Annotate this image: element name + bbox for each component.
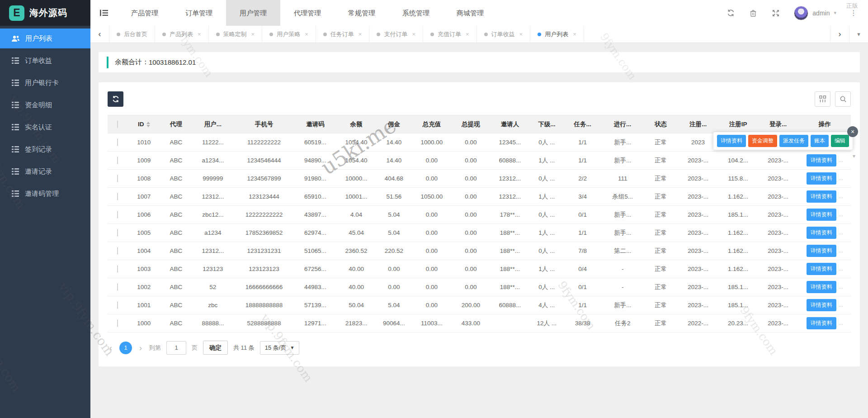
- more-actions-icon[interactable]: ...: [839, 320, 843, 326]
- detail-button[interactable]: 详情资料: [807, 209, 836, 221]
- more-actions-icon[interactable]: ...: [839, 302, 843, 308]
- topnav-item[interactable]: 代理管理: [280, 0, 335, 26]
- table-cell: 185.1...: [718, 278, 758, 296]
- more-actions-icon[interactable]: ...: [839, 175, 843, 181]
- detail-button[interactable]: 详情资料: [807, 154, 836, 166]
- tabs-scroll-right-icon[interactable]: ›: [830, 26, 849, 43]
- tab-item[interactable]: 任务订单×: [316, 26, 370, 43]
- tab-item[interactable]: 策略定制×: [209, 26, 263, 43]
- tab-close-icon[interactable]: ×: [305, 31, 308, 38]
- topnav-item[interactable]: 用户管理: [226, 0, 280, 26]
- row-checkbox[interactable]: [117, 175, 118, 182]
- page-number-button[interactable]: 1: [119, 342, 132, 354]
- topnav-item[interactable]: 产品管理: [118, 0, 172, 26]
- next-page-icon[interactable]: ›: [137, 343, 144, 353]
- fullscreen-icon[interactable]: [771, 10, 780, 17]
- row-checkbox[interactable]: [117, 229, 118, 237]
- tab-close-icon[interactable]: ×: [251, 31, 255, 38]
- more-actions-icon[interactable]: ...: [839, 284, 843, 290]
- row-checkbox[interactable]: [117, 157, 118, 164]
- user-menu[interactable]: admin ▾: [794, 6, 836, 20]
- row-checkbox[interactable]: [117, 211, 118, 218]
- popup-action-button[interactable]: 账本: [811, 135, 829, 147]
- page-size-select[interactable]: 15 条/页 ▼: [260, 341, 300, 355]
- more-actions-icon[interactable]: ...: [839, 229, 843, 236]
- table-refresh-button[interactable]: [108, 91, 123, 107]
- tab-item[interactable]: 支付订单×: [369, 26, 423, 43]
- table-cell: 404.68: [376, 170, 412, 188]
- sidebar-item[interactable]: 邀请码管理: [0, 184, 90, 204]
- topnav-item[interactable]: 订单管理: [172, 0, 226, 26]
- select-all-checkbox[interactable]: [117, 120, 118, 128]
- detail-button[interactable]: 详情资料: [807, 281, 836, 293]
- table-cell: 1/1: [564, 224, 601, 242]
- confirm-button[interactable]: 确定: [203, 341, 228, 355]
- detail-button[interactable]: 详情资料: [807, 299, 836, 311]
- tabs-scroll-left-icon[interactable]: ‹: [90, 26, 109, 43]
- column-header[interactable]: ID: [127, 115, 160, 133]
- row-checkbox[interactable]: [117, 283, 118, 291]
- sidebar-item[interactable]: 订单收益: [0, 51, 90, 71]
- sidebar-collapse-icon[interactable]: [90, 0, 118, 26]
- topnav-item[interactable]: 商城管理: [443, 0, 497, 26]
- tab-item[interactable]: 产品列表×: [155, 26, 209, 43]
- topnav-item[interactable]: 系统管理: [389, 0, 443, 26]
- detail-button[interactable]: 详情资料: [807, 317, 836, 329]
- tab-close-icon[interactable]: ×: [198, 31, 201, 38]
- action-cell: 详情资料...: [799, 314, 851, 332]
- more-actions-icon[interactable]: ...: [839, 266, 843, 272]
- table-header-row: ID代理用户...手机号邀请码余额佣金总充值总提现邀请人下级...任务...进行…: [108, 115, 851, 133]
- prev-page-icon[interactable]: ‹: [108, 343, 114, 353]
- sidebar-item[interactable]: 实名认证: [0, 117, 90, 137]
- detail-button[interactable]: 详情资料: [807, 172, 836, 185]
- tab-item[interactable]: 用户策略×: [262, 26, 316, 43]
- tab-close-icon[interactable]: ×: [412, 31, 415, 38]
- row-checkbox[interactable]: [117, 265, 118, 273]
- detail-button[interactable]: 详情资料: [807, 245, 836, 257]
- sidebar-item[interactable]: 邀请记录: [0, 162, 90, 181]
- goto-page-input[interactable]: [166, 341, 186, 355]
- columns-filter-button[interactable]: [815, 91, 830, 107]
- row-checkbox[interactable]: [117, 301, 118, 309]
- detail-button[interactable]: 详情资料: [807, 190, 836, 203]
- sidebar-item[interactable]: 资金明细: [0, 95, 90, 115]
- popup-action-button[interactable]: 详情资料: [717, 135, 746, 147]
- trash-icon[interactable]: [749, 10, 758, 17]
- table-cell: 115.8...: [718, 170, 758, 188]
- search-button[interactable]: [835, 91, 851, 107]
- topnav-item[interactable]: 常规管理: [335, 0, 389, 26]
- more-actions-icon[interactable]: ...: [839, 193, 843, 200]
- sidebar-item[interactable]: 签到记录: [0, 139, 90, 159]
- more-actions-icon[interactable]: ...: [839, 211, 843, 218]
- tab-item[interactable]: 用户列表×: [530, 26, 584, 43]
- popup-action-button[interactable]: 派发任务: [779, 135, 808, 147]
- tabs-menu-icon[interactable]: ▾: [849, 26, 868, 43]
- sidebar-item[interactable]: 用户列表: [0, 28, 90, 48]
- popup-close-icon[interactable]: ×: [847, 126, 858, 137]
- tab-close-icon[interactable]: ×: [466, 31, 469, 38]
- tab-item[interactable]: 充值订单×: [423, 26, 477, 43]
- tab-item[interactable]: 订单收益×: [477, 26, 531, 43]
- more-menu-icon[interactable]: ⋮: [850, 9, 857, 17]
- row-checkbox[interactable]: [117, 319, 118, 327]
- tab-item[interactable]: 后台首页: [109, 26, 155, 43]
- row-checkbox[interactable]: [117, 247, 118, 255]
- app-logo[interactable]: E 海外源码: [0, 0, 90, 26]
- popup-action-button[interactable]: 编辑: [831, 135, 849, 147]
- sidebar-item-label: 用户银行卡: [25, 79, 59, 87]
- detail-button[interactable]: 详情资料: [807, 227, 836, 239]
- detail-button[interactable]: 详情资料: [807, 263, 836, 275]
- more-actions-icon[interactable]: ...: [839, 247, 843, 254]
- more-actions-icon[interactable]: ...: [839, 157, 843, 163]
- row-checkbox[interactable]: [117, 138, 118, 146]
- tab-close-icon[interactable]: ×: [359, 31, 362, 38]
- row-checkbox[interactable]: [117, 193, 118, 200]
- tab-bar: ‹ 后台首页产品列表×策略定制×用户策略×任务订单×支付订单×充值订单×订单收益…: [90, 26, 868, 43]
- refresh-icon[interactable]: [726, 9, 735, 17]
- tab-close-icon[interactable]: ×: [519, 31, 523, 38]
- table-cell: 正常: [644, 188, 678, 206]
- sort-icon[interactable]: [146, 122, 150, 127]
- sidebar-item[interactable]: 用户银行卡: [0, 73, 90, 93]
- tab-close-icon[interactable]: ×: [573, 31, 576, 38]
- popup-action-button[interactable]: 资金调整: [748, 135, 777, 147]
